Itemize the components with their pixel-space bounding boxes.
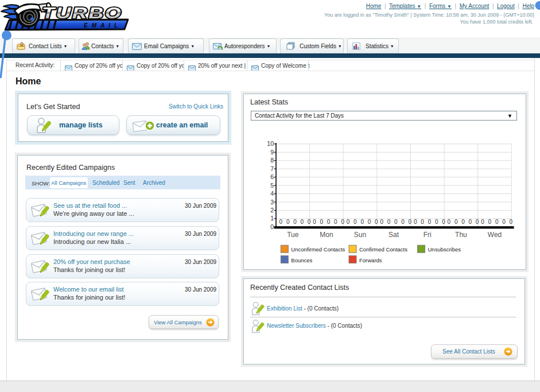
svg-text:TURBO: TURBO — [42, 4, 122, 22]
svg-text:0: 0 — [313, 219, 316, 225]
svg-text:Sat: Sat — [389, 231, 399, 239]
svg-text:0: 0 — [380, 219, 383, 225]
svg-text:Wed: Wed — [488, 231, 502, 239]
svg-text:8: 8 — [270, 157, 274, 164]
svg-text:Thu: Thu — [455, 231, 467, 239]
svg-text:0: 0 — [488, 219, 492, 225]
svg-text:4: 4 — [270, 190, 274, 197]
svg-text:Mon: Mon — [320, 231, 333, 239]
svg-text:0: 0 — [442, 219, 445, 225]
svg-text:0: 0 — [502, 219, 506, 225]
svg-text:0: 0 — [334, 219, 337, 225]
svg-text:Unconfirmed Contacts: Unconfirmed Contacts — [291, 246, 345, 253]
svg-text:0: 0 — [461, 219, 465, 225]
svg-text:2: 2 — [270, 207, 274, 214]
svg-text:0: 0 — [327, 219, 331, 225]
svg-text:3: 3 — [270, 199, 274, 205]
svg-text:0: 0 — [353, 219, 357, 225]
svg-text:0: 0 — [510, 219, 513, 225]
svg-text:0: 0 — [286, 219, 290, 225]
svg-text:0: 0 — [495, 219, 499, 225]
svg-text:0: 0 — [270, 223, 274, 230]
svg-text:0: 0 — [301, 219, 304, 225]
svg-text:0: 0 — [481, 219, 484, 225]
svg-text:Unsubscribes: Unsubscribes — [428, 246, 461, 253]
svg-text:0: 0 — [320, 219, 324, 225]
svg-text:7: 7 — [270, 165, 274, 172]
svg-text:0: 0 — [347, 219, 350, 225]
svg-text:EMAIL: EMAIL — [84, 22, 122, 29]
svg-text:0: 0 — [435, 219, 438, 225]
svg-text:Confirmed Contacts: Confirmed Contacts — [359, 246, 407, 253]
svg-text:Tue: Tue — [287, 231, 299, 239]
svg-text:0: 0 — [414, 219, 417, 225]
svg-text:6: 6 — [270, 173, 274, 180]
svg-text:0: 0 — [279, 219, 283, 225]
svg-text:10: 10 — [267, 140, 274, 147]
svg-text:Sun: Sun — [354, 231, 366, 239]
svg-text:Forwards: Forwards — [359, 257, 382, 263]
svg-text:5: 5 — [270, 182, 274, 189]
svg-text:0: 0 — [394, 219, 398, 225]
svg-text:0: 0 — [387, 219, 391, 225]
svg-text:0: 0 — [360, 219, 364, 225]
svg-text:1: 1 — [270, 215, 274, 222]
svg-text:0: 0 — [421, 219, 424, 225]
svg-text:0: 0 — [341, 219, 344, 225]
svg-text:9: 9 — [270, 149, 274, 156]
svg-text:Fri: Fri — [424, 231, 432, 239]
svg-text:0: 0 — [469, 219, 472, 225]
svg-text:0: 0 — [476, 219, 479, 225]
svg-text:0: 0 — [375, 219, 378, 225]
svg-text:0: 0 — [409, 219, 412, 225]
svg-text:0: 0 — [454, 219, 458, 225]
svg-text:0: 0 — [293, 219, 297, 225]
svg-text:0: 0 — [448, 219, 451, 225]
svg-text:Bounces: Bounces — [291, 257, 312, 263]
svg-text:0: 0 — [308, 219, 311, 225]
svg-text:0: 0 — [428, 219, 432, 225]
svg-text:0: 0 — [368, 219, 371, 225]
svg-text:0: 0 — [401, 219, 405, 225]
